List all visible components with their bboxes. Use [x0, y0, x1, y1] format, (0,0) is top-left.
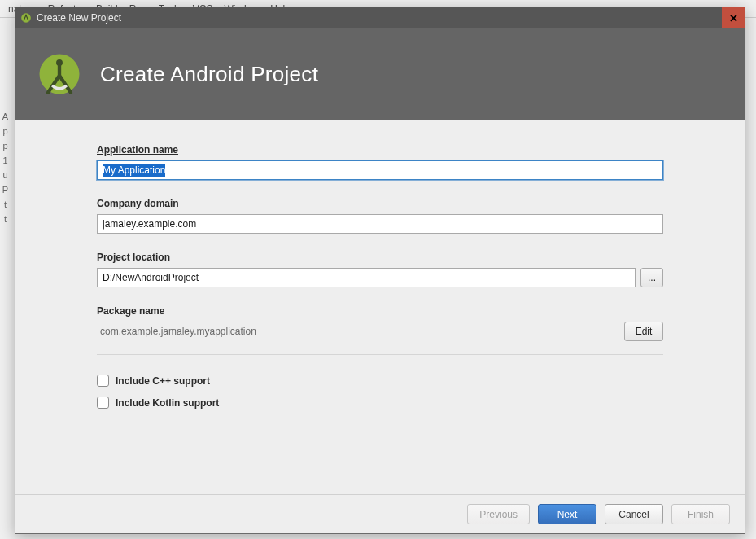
include-cpp-checkbox[interactable]	[97, 375, 109, 387]
dialog-content: Application name My Application Company …	[15, 120, 745, 494]
create-project-dialog: Create New Project ✕ Create Android Proj…	[15, 7, 745, 534]
application-name-value: My Application	[103, 164, 165, 177]
include-kotlin-label[interactable]: Include Kotlin support	[116, 397, 219, 409]
dialog-footer: Previous Next Cancel Finish	[15, 494, 745, 533]
include-kotlin-checkbox[interactable]	[97, 397, 109, 409]
dialog-heading: Create Android Project	[100, 62, 318, 87]
dialog-header: Create Android Project	[15, 28, 745, 120]
project-location-label: Project location	[97, 252, 663, 263]
package-name-value: com.example.jamaley.myapplication	[97, 326, 256, 337]
company-domain-input[interactable]	[97, 214, 663, 234]
next-button[interactable]: Next	[538, 504, 596, 524]
application-name-label: Application name	[97, 144, 663, 156]
package-name-label: Package name	[97, 305, 663, 317]
include-cpp-label[interactable]: Include C++ support	[116, 375, 210, 387]
ide-left-gutter: A p p 1 u P t t	[0, 18, 11, 539]
android-studio-logo-icon	[37, 51, 82, 97]
application-name-input[interactable]: My Application	[97, 160, 663, 180]
edit-package-button[interactable]: Edit	[624, 322, 663, 341]
dialog-titlebar[interactable]: Create New Project ✕	[15, 7, 745, 28]
dialog-title: Create New Project	[37, 12, 722, 24]
cancel-button[interactable]: Cancel	[605, 504, 663, 524]
finish-button: Finish	[671, 504, 730, 524]
close-icon: ✕	[729, 12, 738, 24]
company-domain-label: Company domain	[97, 198, 663, 209]
previous-button: Previous	[467, 504, 530, 524]
browse-location-button[interactable]: ...	[640, 268, 663, 287]
close-button[interactable]: ✕	[722, 7, 745, 28]
project-location-input[interactable]	[97, 268, 636, 287]
android-studio-icon	[20, 12, 32, 24]
